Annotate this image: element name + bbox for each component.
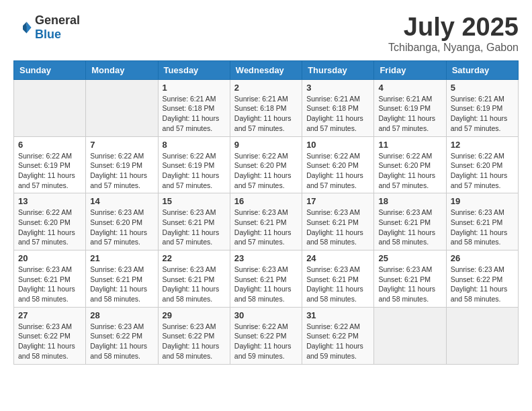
day-info: Sunrise: 6:21 AM Sunset: 6:19 PM Dayligh… — [451, 94, 514, 134]
day-number: 28 — [90, 310, 153, 320]
day-number: 1 — [163, 83, 226, 93]
calendar-cell: 11Sunrise: 6:22 AM Sunset: 6:20 PM Dayli… — [374, 136, 446, 193]
day-info: Sunrise: 6:22 AM Sunset: 6:19 PM Dayligh… — [90, 151, 153, 191]
calendar-week-row: 27Sunrise: 6:23 AM Sunset: 6:22 PM Dayli… — [14, 307, 519, 364]
day-number: 30 — [234, 310, 298, 320]
calendar-cell: 21Sunrise: 6:23 AM Sunset: 6:21 PM Dayli… — [86, 250, 158, 308]
calendar-cell: 22Sunrise: 6:23 AM Sunset: 6:21 PM Dayli… — [158, 250, 230, 308]
day-number: 27 — [18, 310, 81, 320]
location-subtitle: Tchibanga, Nyanga, Gabon — [388, 42, 519, 54]
day-number: 19 — [451, 196, 514, 206]
column-header-saturday: Saturday — [446, 60, 518, 79]
day-info: Sunrise: 6:21 AM Sunset: 6:18 PM Dayligh… — [234, 94, 298, 134]
calendar-cell: 18Sunrise: 6:23 AM Sunset: 6:21 PM Dayli… — [374, 193, 446, 250]
logo-general: General — [35, 13, 80, 27]
day-number: 23 — [234, 253, 298, 263]
day-number: 11 — [378, 140, 441, 150]
logo-icon — [13, 18, 32, 37]
day-info: Sunrise: 6:23 AM Sunset: 6:21 PM Dayligh… — [163, 265, 226, 304]
column-header-wednesday: Wednesday — [230, 60, 302, 79]
calendar-cell: 8Sunrise: 6:22 AM Sunset: 6:19 PM Daylig… — [158, 136, 230, 193]
column-header-monday: Monday — [86, 60, 158, 79]
calendar-week-row: 20Sunrise: 6:23 AM Sunset: 6:21 PM Dayli… — [14, 250, 519, 308]
day-info: Sunrise: 6:21 AM Sunset: 6:18 PM Dayligh… — [163, 94, 226, 134]
column-header-friday: Friday — [374, 60, 446, 79]
day-info: Sunrise: 6:22 AM Sunset: 6:20 PM Dayligh… — [234, 151, 298, 191]
day-number: 5 — [451, 83, 514, 93]
day-info: Sunrise: 6:22 AM Sunset: 6:22 PM Dayligh… — [234, 322, 298, 361]
day-number: 20 — [18, 253, 81, 263]
calendar-cell: 23Sunrise: 6:23 AM Sunset: 6:21 PM Dayli… — [230, 250, 302, 308]
logo-text: General Blue — [35, 13, 80, 42]
day-number: 9 — [234, 140, 298, 150]
calendar-cell: 29Sunrise: 6:23 AM Sunset: 6:22 PM Dayli… — [158, 307, 230, 364]
month-year-title: July 2025 — [388, 13, 519, 42]
day-number: 18 — [378, 196, 441, 206]
calendar-week-row: 1Sunrise: 6:21 AM Sunset: 6:18 PM Daylig… — [14, 79, 519, 136]
column-header-sunday: Sunday — [14, 60, 86, 79]
day-number: 24 — [306, 253, 369, 263]
calendar-cell: 17Sunrise: 6:23 AM Sunset: 6:21 PM Dayli… — [302, 193, 374, 250]
day-number: 8 — [163, 140, 226, 150]
calendar-cell: 1Sunrise: 6:21 AM Sunset: 6:18 PM Daylig… — [158, 79, 230, 136]
day-info: Sunrise: 6:21 AM Sunset: 6:18 PM Dayligh… — [306, 94, 369, 134]
day-info: Sunrise: 6:22 AM Sunset: 6:19 PM Dayligh… — [163, 151, 226, 191]
day-info: Sunrise: 6:23 AM Sunset: 6:21 PM Dayligh… — [90, 265, 153, 304]
calendar-body: 1Sunrise: 6:21 AM Sunset: 6:18 PM Daylig… — [14, 79, 519, 364]
day-number: 29 — [163, 310, 226, 320]
column-header-thursday: Thursday — [302, 60, 374, 79]
day-info: Sunrise: 6:22 AM Sunset: 6:20 PM Dayligh… — [306, 151, 369, 191]
day-info: Sunrise: 6:23 AM Sunset: 6:22 PM Dayligh… — [451, 265, 514, 304]
calendar-cell: 26Sunrise: 6:23 AM Sunset: 6:22 PM Dayli… — [446, 250, 518, 308]
calendar-cell: 2Sunrise: 6:21 AM Sunset: 6:18 PM Daylig… — [230, 79, 302, 136]
calendar-cell: 12Sunrise: 6:22 AM Sunset: 6:20 PM Dayli… — [446, 136, 518, 193]
calendar-cell: 13Sunrise: 6:22 AM Sunset: 6:20 PM Dayli… — [14, 193, 86, 250]
calendar-week-row: 13Sunrise: 6:22 AM Sunset: 6:20 PM Dayli… — [14, 193, 519, 250]
day-info: Sunrise: 6:23 AM Sunset: 6:21 PM Dayligh… — [378, 208, 441, 247]
day-info: Sunrise: 6:23 AM Sunset: 6:21 PM Dayligh… — [163, 208, 226, 247]
day-number: 3 — [306, 83, 369, 93]
calendar-cell: 5Sunrise: 6:21 AM Sunset: 6:19 PM Daylig… — [446, 79, 518, 136]
day-number: 14 — [90, 196, 153, 206]
day-info: Sunrise: 6:23 AM Sunset: 6:21 PM Dayligh… — [306, 265, 369, 304]
day-info: Sunrise: 6:23 AM Sunset: 6:21 PM Dayligh… — [451, 208, 514, 247]
day-number: 22 — [163, 253, 226, 263]
calendar-cell — [14, 79, 86, 136]
day-info: Sunrise: 6:23 AM Sunset: 6:21 PM Dayligh… — [234, 265, 298, 304]
calendar-cell: 15Sunrise: 6:23 AM Sunset: 6:21 PM Dayli… — [158, 193, 230, 250]
page-header: General Blue July 2025 Tchibanga, Nyanga… — [13, 13, 519, 54]
day-number: 7 — [90, 140, 153, 150]
calendar-header-row: SundayMondayTuesdayWednesdayThursdayFrid… — [14, 60, 519, 79]
day-info: Sunrise: 6:22 AM Sunset: 6:20 PM Dayligh… — [451, 151, 514, 191]
calendar-cell: 16Sunrise: 6:23 AM Sunset: 6:21 PM Dayli… — [230, 193, 302, 250]
calendar-cell: 7Sunrise: 6:22 AM Sunset: 6:19 PM Daylig… — [86, 136, 158, 193]
day-info: Sunrise: 6:23 AM Sunset: 6:22 PM Dayligh… — [163, 322, 226, 361]
day-number: 4 — [378, 83, 441, 93]
day-number: 26 — [451, 253, 514, 263]
day-number: 2 — [234, 83, 298, 93]
calendar-cell: 28Sunrise: 6:23 AM Sunset: 6:22 PM Dayli… — [86, 307, 158, 364]
calendar-cell: 14Sunrise: 6:23 AM Sunset: 6:20 PM Dayli… — [86, 193, 158, 250]
logo: General Blue — [13, 13, 80, 42]
calendar-cell: 27Sunrise: 6:23 AM Sunset: 6:22 PM Dayli… — [14, 307, 86, 364]
day-info: Sunrise: 6:23 AM Sunset: 6:20 PM Dayligh… — [90, 208, 153, 247]
calendar-cell: 19Sunrise: 6:23 AM Sunset: 6:21 PM Dayli… — [446, 193, 518, 250]
calendar-cell: 9Sunrise: 6:22 AM Sunset: 6:20 PM Daylig… — [230, 136, 302, 193]
logo-blue: Blue — [35, 28, 61, 41]
column-header-tuesday: Tuesday — [158, 60, 230, 79]
calendar-cell — [86, 79, 158, 136]
day-number: 10 — [306, 140, 369, 150]
calendar-cell: 30Sunrise: 6:22 AM Sunset: 6:22 PM Dayli… — [230, 307, 302, 364]
calendar-cell: 6Sunrise: 6:22 AM Sunset: 6:19 PM Daylig… — [14, 136, 86, 193]
calendar-cell: 10Sunrise: 6:22 AM Sunset: 6:20 PM Dayli… — [302, 136, 374, 193]
day-number: 13 — [18, 196, 81, 206]
day-info: Sunrise: 6:21 AM Sunset: 6:19 PM Dayligh… — [378, 94, 441, 134]
day-number: 6 — [18, 140, 81, 150]
calendar-cell: 4Sunrise: 6:21 AM Sunset: 6:19 PM Daylig… — [374, 79, 446, 136]
day-info: Sunrise: 6:22 AM Sunset: 6:20 PM Dayligh… — [378, 151, 441, 191]
day-number: 31 — [306, 310, 369, 320]
day-info: Sunrise: 6:22 AM Sunset: 6:20 PM Dayligh… — [18, 208, 81, 247]
calendar-cell: 31Sunrise: 6:22 AM Sunset: 6:22 PM Dayli… — [302, 307, 374, 364]
calendar-cell: 20Sunrise: 6:23 AM Sunset: 6:21 PM Dayli… — [14, 250, 86, 308]
title-section: July 2025 Tchibanga, Nyanga, Gabon — [388, 13, 519, 54]
